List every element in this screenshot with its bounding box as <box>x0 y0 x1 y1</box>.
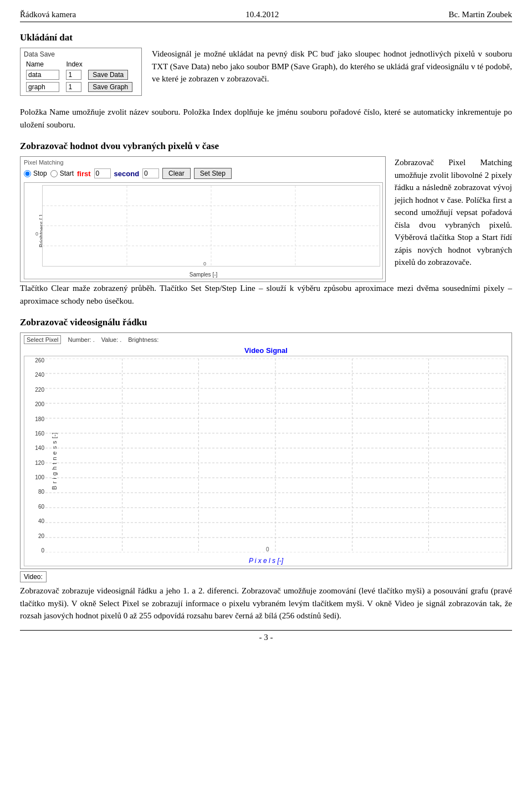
vs-box: Select Pixel Number: . Value: . Brightne… <box>20 332 512 569</box>
vs-bottom-text: Zobrazovač zobrazuje videosignál řádku a… <box>20 585 512 622</box>
clear-button[interactable]: Clear <box>162 168 191 179</box>
vs-value-label: Value: . <box>101 336 122 343</box>
pixel-matching-box: Pixel Matching Stop Start first <box>20 156 386 282</box>
ukladani-bottom-text: Položka Name umožňuje zvolit název soubo… <box>20 106 512 131</box>
header-left: Řádková kamera <box>20 10 76 19</box>
vs-y-axis: 260 240 220 200 180 160 140 120 100 80 6… <box>24 356 45 554</box>
save-data-button[interactable]: Save Data <box>88 70 128 80</box>
data-index-input[interactable] <box>66 70 81 80</box>
second-input[interactable] <box>142 168 159 178</box>
graph-index-input[interactable] <box>66 82 81 92</box>
vs-number-label: Number: . <box>68 336 94 343</box>
pm-chart-svg <box>43 186 380 266</box>
col-name-header: Name <box>24 60 64 69</box>
set-step-button[interactable]: Set Step <box>194 168 232 179</box>
col-index-header: Index <box>64 60 86 69</box>
pm-chart-area: Brightness [-] <box>24 182 383 279</box>
video-label: Video: <box>20 571 47 582</box>
data-save-box: Data Save Name Index Save Data <box>20 48 142 96</box>
pm-side-text: Zobrazovač Pixel Matching umožňuje zvoli… <box>395 156 512 269</box>
table-row: Save Graph <box>24 81 138 93</box>
radio-start[interactable] <box>50 170 58 177</box>
vs-y-tick: 0 <box>41 547 44 554</box>
vs-y-tick: 260 <box>35 357 44 363</box>
radio-start-label: Start <box>60 170 74 177</box>
radio-stop[interactable] <box>24 170 31 177</box>
vs-chart-title: Video Signal <box>24 346 508 355</box>
data-save-title: Data Save <box>24 50 138 58</box>
vs-x-zero: 0 <box>266 546 269 552</box>
pixel-matching-heading: Zobrazovač hodnot dvou vybraných pixelů … <box>20 141 512 152</box>
ukladani-section: Ukládání dat Data Save Name Index Save D… <box>20 32 512 131</box>
radio-stop-group: Stop <box>24 170 47 177</box>
vs-select-pixel-label: Select Pixel <box>24 335 61 344</box>
pm-box-title: Pixel Matching <box>24 159 382 166</box>
vs-y-tick: 100 <box>35 474 44 480</box>
vs-chart-area: 260 240 220 200 180 160 140 120 100 80 6… <box>24 356 508 566</box>
vs-y-tick: 160 <box>35 431 44 437</box>
first-label: first <box>77 170 91 178</box>
video-signal-section: Zobrazovač videosignálu řádku Select Pix… <box>20 317 512 622</box>
radio-start-group: Start <box>50 170 74 177</box>
vs-y-tick: 120 <box>35 460 44 466</box>
vs-chart-inner <box>45 359 505 552</box>
vs-brightness-label: Brightness: <box>128 336 158 343</box>
pm-y-zero: 0 <box>35 231 38 237</box>
vs-y-tick: 180 <box>35 416 44 422</box>
pm-controls: Stop Start first second Clear Set Step <box>24 168 382 179</box>
vs-x-label: P i x e l s [-] <box>249 557 283 565</box>
vs-y-tick: 140 <box>35 445 44 451</box>
ukladani-text: Videosignál je možné ukládat na pevný di… <box>152 48 512 85</box>
save-graph-button[interactable]: Save Graph <box>88 82 132 92</box>
vs-heading: Zobrazovač videosignálu řádku <box>20 317 512 328</box>
page-number: - 3 - <box>259 633 273 642</box>
radio-stop-label: Stop <box>33 170 47 177</box>
vs-info: Number: . Value: . Brightness: <box>68 336 158 343</box>
pixel-matching-section: Zobrazovač hodnot dvou vybraných pixelů … <box>20 141 512 307</box>
graph-name-input[interactable] <box>26 82 59 92</box>
header-right: Bc. Martin Zoubek <box>448 10 512 19</box>
page-footer: - 3 - <box>20 630 512 642</box>
vs-y-tick: 60 <box>38 504 44 510</box>
vs-y-tick: 220 <box>35 387 44 393</box>
pm-x-label: Samples [-] <box>190 272 218 278</box>
table-row: Save Data <box>24 69 138 81</box>
data-save-table: Name Index Save Data Save Graph <box>24 60 138 93</box>
ukladani-heading: Ukládání dat <box>20 32 512 43</box>
pm-x-zero: 0 <box>203 261 206 267</box>
vs-chart-svg <box>45 359 505 552</box>
vs-y-tick: 80 <box>38 489 44 495</box>
second-label: second <box>114 170 140 178</box>
header-center: 10.4.2012 <box>245 10 279 19</box>
first-input[interactable] <box>94 168 111 178</box>
data-name-input[interactable] <box>26 70 59 80</box>
vs-y-tick: 240 <box>35 372 44 378</box>
vs-top-controls: Select Pixel Number: . Value: . Brightne… <box>24 335 508 344</box>
vs-y-tick: 200 <box>35 401 44 407</box>
pm-chart-inner <box>42 185 380 267</box>
page-header: Řádková kamera 10.4.2012 Bc. Martin Zoub… <box>20 10 512 22</box>
vs-y-tick: 40 <box>38 518 44 524</box>
pm-bottom-text: Tlačítko Clear maže zobrazený průběh. Tl… <box>20 282 512 307</box>
vs-y-tick: 20 <box>38 533 44 539</box>
